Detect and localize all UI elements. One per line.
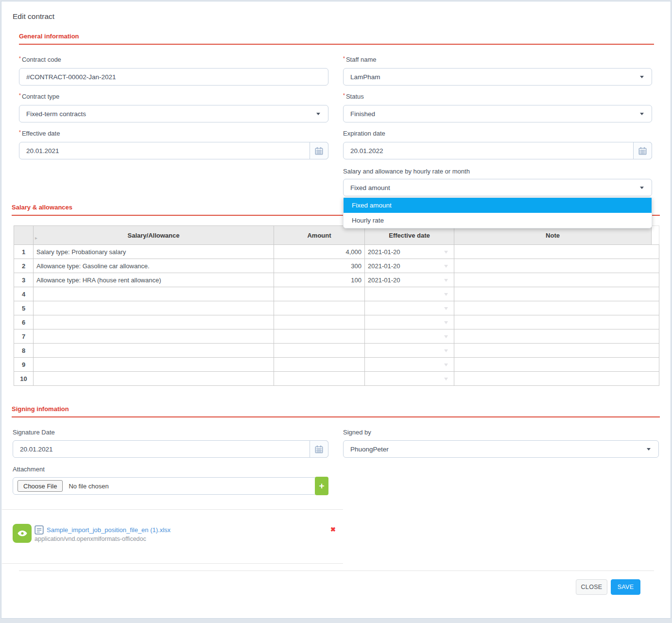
cell-dropdown-icon[interactable] (444, 349, 448, 352)
salary-mode-label: Salary and allowance by hourly rate or m… (343, 168, 470, 175)
note-cell[interactable] (454, 315, 659, 329)
salary-allowance-cell[interactable] (34, 329, 274, 344)
amount-cell[interactable] (274, 287, 365, 301)
effective-date-label: *Effective date (19, 130, 60, 137)
note-cell[interactable] (454, 329, 659, 344)
note-cell[interactable] (454, 344, 659, 358)
note-cell[interactable] (454, 358, 659, 372)
attachment-filename-link[interactable]: Sample_import_job_position_file_en (1).x… (47, 526, 171, 534)
expiration-date-value: 20.01.2022 (350, 147, 383, 155)
note-cell[interactable] (454, 259, 659, 273)
table-row: 1 Salary type: Probationary salary 4,000… (14, 245, 659, 259)
cell-dropdown-icon[interactable] (444, 251, 448, 254)
salary-allowance-cell[interactable] (34, 287, 274, 301)
effective-date-cell[interactable]: 2021-01-20 (365, 245, 454, 259)
effective-date-cell[interactable] (365, 315, 454, 329)
table-row: 10 (14, 372, 659, 386)
amount-cell[interactable] (274, 344, 365, 358)
salary-allowance-grid: Salary/Allowance▸ Amount Effective date … (14, 225, 659, 386)
choose-file-button[interactable]: Choose File (17, 480, 63, 492)
row-number-cell: 5 (14, 301, 34, 315)
close-button[interactable]: CLOSE (576, 579, 607, 595)
dropdown-option[interactable]: Fixed amount (344, 198, 652, 213)
salary-allowance-cell[interactable] (34, 301, 274, 315)
add-attachment-button[interactable]: + (315, 477, 328, 495)
salary-allowance-cell[interactable] (34, 358, 274, 372)
dropdown-option[interactable]: Hourly rate (344, 213, 652, 228)
attachment-file-input[interactable]: Choose File No file chosen (13, 477, 328, 495)
staff-name-select[interactable]: LamPham (343, 68, 652, 86)
expiration-date-input[interactable]: 20.01.2022 (343, 142, 652, 159)
amount-cell[interactable]: 300 (274, 259, 365, 273)
preview-attachment-button[interactable] (13, 524, 32, 543)
effective-date-cell[interactable] (365, 301, 454, 315)
save-button[interactable]: SAVE (611, 579, 640, 595)
signed-by-select[interactable]: PhuongPeter (343, 440, 659, 458)
salary-allowance-cell[interactable] (34, 372, 274, 386)
effective-date-cell[interactable] (365, 358, 454, 372)
status-label: *Status (343, 93, 364, 100)
effective-date-cell[interactable] (365, 372, 454, 386)
chevron-down-icon (640, 76, 644, 78)
effective-date-cell[interactable] (365, 344, 454, 358)
cell-dropdown-icon[interactable] (444, 363, 448, 366)
divider (2, 563, 343, 564)
cell-dropdown-icon[interactable] (444, 321, 448, 324)
cell-dropdown-icon[interactable] (444, 293, 448, 296)
amount-cell[interactable] (274, 301, 365, 315)
signed-by-label: Signed by (343, 429, 371, 436)
amount-cell[interactable] (274, 372, 365, 386)
attachment-label: Attachment (13, 466, 45, 473)
divider (2, 509, 343, 510)
salary-allowance-cell[interactable] (34, 344, 274, 358)
table-row: 4 (14, 287, 659, 301)
cell-dropdown-icon[interactable] (444, 307, 448, 310)
amount-cell[interactable]: 4,000 (274, 245, 365, 259)
note-cell[interactable] (454, 372, 659, 386)
required-asterisk: * (343, 93, 345, 98)
cell-dropdown-icon[interactable] (444, 335, 448, 338)
delete-attachment-button[interactable]: ✖ (330, 526, 336, 533)
required-asterisk: * (19, 93, 21, 98)
cell-dropdown-icon[interactable] (444, 378, 448, 381)
grid-header-salary-allowance: Salary/Allowance▸ (34, 226, 274, 245)
salary-mode-select[interactable]: Fixed amount (343, 179, 652, 196)
signature-date-input[interactable]: 20.01.2021 (13, 440, 328, 458)
effective-date-cell[interactable] (365, 287, 454, 301)
table-row: 5 (14, 301, 659, 315)
contract-type-select[interactable]: Fixed-term contracts (19, 105, 328, 122)
amount-cell[interactable]: 100 (274, 273, 365, 287)
row-number-cell: 9 (14, 358, 34, 372)
calendar-button[interactable] (633, 142, 652, 159)
note-cell[interactable] (454, 273, 659, 287)
salary-allowance-cell[interactable]: Allowance type: HRA (house rent allowanc… (34, 273, 274, 287)
amount-cell[interactable] (274, 358, 365, 372)
row-number-cell: 1 (14, 245, 34, 259)
cell-dropdown-icon[interactable] (444, 265, 448, 268)
note-cell[interactable] (454, 245, 659, 259)
effective-date-cell[interactable]: 2021-01-20 (365, 273, 454, 287)
grid-header-amount: Amount (274, 226, 365, 245)
contract-code-input[interactable]: #CONTRACT-00002-Jan-2021 (19, 68, 328, 86)
cell-dropdown-icon[interactable] (444, 279, 448, 282)
effective-date-cell[interactable] (365, 329, 454, 344)
row-number-cell: 7 (14, 329, 34, 344)
row-number-cell: 3 (14, 273, 34, 287)
calendar-button[interactable] (310, 142, 328, 159)
chevron-down-icon (647, 448, 651, 450)
effective-date-input[interactable]: 20.01.2021 (19, 142, 328, 159)
note-cell[interactable] (454, 301, 659, 315)
effective-date-cell[interactable]: 2021-01-20 (365, 259, 454, 273)
calendar-button[interactable] (310, 440, 328, 458)
signature-date-value: 20.01.2021 (20, 446, 53, 453)
amount-cell[interactable] (274, 329, 365, 344)
salary-allowance-cell[interactable]: Allowance type: Gasoline car allowance. (34, 259, 274, 273)
section-heading-salary: Salary & allowances (12, 204, 72, 211)
note-cell[interactable] (454, 287, 659, 301)
amount-cell[interactable] (274, 315, 365, 329)
status-select[interactable]: Finished (343, 105, 652, 122)
salary-allowance-cell[interactable] (34, 315, 274, 329)
effective-date-value: 20.01.2021 (26, 147, 59, 155)
salary-allowance-cell[interactable]: Salary type: Probationary salary (34, 245, 274, 259)
table-row: 9 (14, 358, 659, 372)
